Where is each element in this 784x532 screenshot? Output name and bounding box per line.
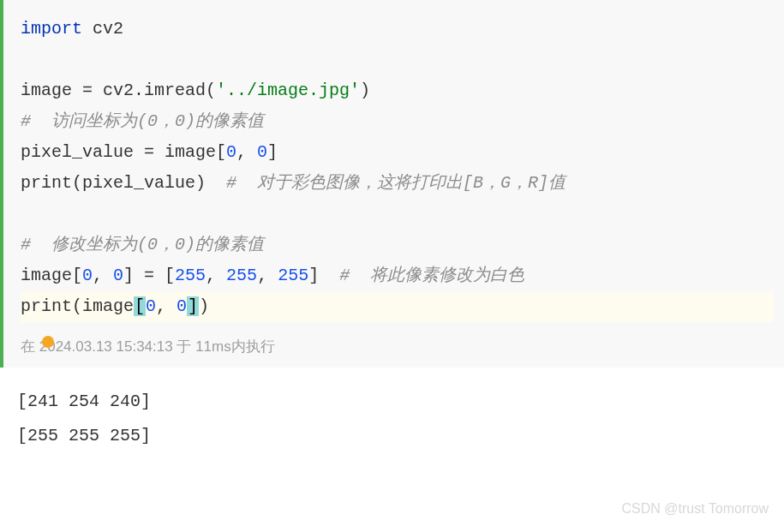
comment: # 对于彩色图像，这将打印出[B，G，R]值: [226, 173, 566, 193]
comment: # 将此像素修改为白色: [339, 266, 524, 285]
code-line-blank: [21, 199, 774, 230]
number: 0: [177, 296, 187, 316]
watermark: CSDN @trust Tomorrow: [621, 497, 769, 522]
code-line-10: print(image[0, 0]): [21, 291, 774, 322]
number: 255: [175, 266, 206, 285]
code-text: print(pixel_value): [21, 173, 226, 193]
code-block: import cv2 image = cv2.imread('../image.…: [0, 0, 784, 329]
number: 255: [226, 266, 257, 285]
code-text: image = cv2.imread(: [21, 81, 216, 100]
string-literal: '../image.jpg': [216, 81, 360, 100]
keyword-import: import: [21, 19, 82, 39]
output-line: [241 254 240]: [17, 385, 767, 419]
code-text: image[: [21, 266, 82, 285]
code-line-blank: [21, 45, 774, 75]
number: 0: [257, 142, 267, 162]
code-text: ]: [308, 266, 339, 285]
module-name: cv2: [82, 19, 123, 39]
output-block: [241 254 240] [255 255 255]: [0, 368, 784, 462]
code-text: ,: [156, 296, 177, 316]
code-line-5: pixel_value = image[0, 0]: [21, 137, 774, 168]
breakpoint-marker: [42, 336, 54, 348]
code-text: ,: [206, 266, 226, 285]
code-line-8: # 修改坐标为(0，0)的像素值: [21, 230, 774, 260]
number: 0: [113, 266, 123, 285]
execution-status: 在 2024.03.13 15:34:13 于 11ms内执行: [0, 329, 784, 368]
number: 0: [146, 296, 156, 316]
comment: # 修改坐标为(0，0)的像素值: [21, 235, 264, 254]
code-line-6: print(pixel_value) # 对于彩色图像，这将打印出[B，G，R]…: [21, 168, 774, 199]
code-text: ]: [267, 142, 278, 162]
code-text: ): [199, 296, 209, 316]
number: 0: [82, 266, 93, 285]
number: 0: [226, 142, 236, 162]
bracket-highlight: ]: [187, 296, 199, 316]
code-text: ): [360, 81, 370, 100]
output-line: [255 255 255]: [17, 419, 767, 453]
code-text: ,: [93, 266, 113, 285]
code-text: pixel_value = image[: [21, 142, 226, 162]
code-text: ] = [: [123, 266, 175, 285]
code-line-3: image = cv2.imread('../image.jpg'): [21, 75, 774, 106]
code-line-9: image[0, 0] = [255, 255, 255] # 将此像素修改为白…: [21, 260, 774, 291]
code-text: ,: [257, 266, 278, 285]
code-line-1: import cv2: [21, 14, 774, 45]
number: 255: [278, 266, 308, 285]
bracket-highlight: [: [134, 296, 146, 316]
code-text: print(image: [21, 296, 134, 316]
comment: # 访问坐标为(0，0)的像素值: [21, 111, 264, 131]
code-text: ,: [236, 142, 257, 162]
code-line-4: # 访问坐标为(0，0)的像素值: [21, 106, 774, 137]
